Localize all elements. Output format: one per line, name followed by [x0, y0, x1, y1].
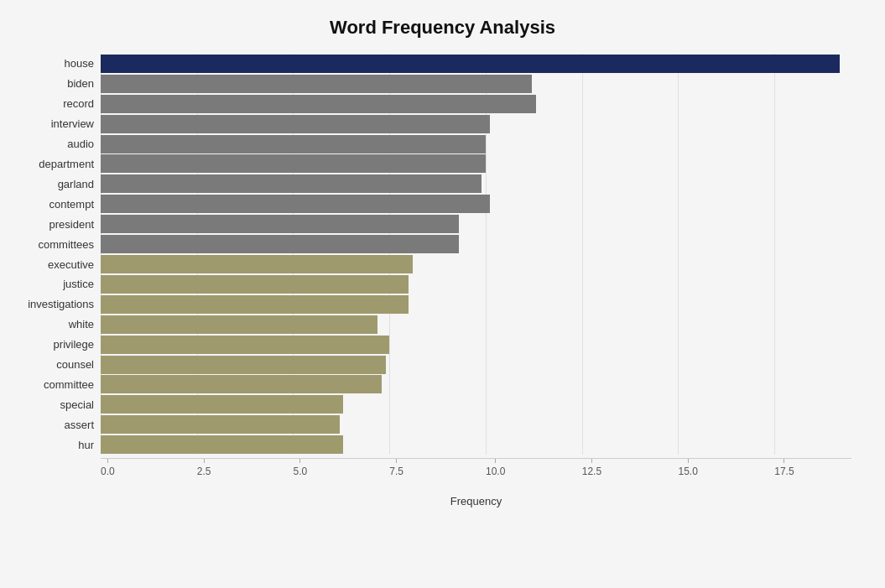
chart-area: housebidenrecordinterviewaudiodepartment…	[101, 54, 851, 507]
x-tick-label: 10.0	[486, 466, 505, 477]
bar-fill	[101, 235, 459, 253]
bar-row: executive	[101, 254, 851, 274]
bar-row: assert	[101, 414, 851, 434]
bar-track	[101, 195, 851, 213]
bar-row: president	[101, 214, 851, 234]
bar-track	[101, 174, 851, 193]
bar-row: audio	[101, 134, 851, 154]
bar-fill	[101, 275, 409, 294]
chart-title: Word Frequency Analysis	[34, 17, 851, 39]
bar-label: assert	[8, 419, 101, 431]
bar-fill	[101, 195, 490, 213]
bar-label: committee	[8, 378, 101, 391]
bar-track	[101, 154, 851, 173]
x-tick: 12.5	[582, 459, 601, 477]
bar-label: counsel	[8, 358, 101, 371]
x-tick: 17.5	[774, 459, 794, 477]
bar-track	[101, 395, 851, 414]
bar-fill	[101, 336, 389, 354]
bar-label: president	[8, 218, 101, 231]
bar-label: hur	[8, 439, 101, 451]
x-tick-line	[783, 459, 784, 463]
bar-fill	[101, 315, 377, 334]
x-tick-line	[688, 459, 689, 463]
bar-row: committee	[101, 375, 851, 395]
bar-label: privilege	[8, 338, 101, 351]
bar-track	[101, 435, 851, 454]
x-tick-line	[107, 459, 108, 463]
bar-label: garland	[8, 178, 101, 190]
bar-fill	[101, 115, 490, 133]
bar-fill	[101, 395, 343, 414]
bar-label: investigations	[8, 298, 101, 310]
bar-label: biden	[8, 77, 101, 90]
bar-track	[101, 215, 851, 233]
bar-label: audio	[8, 138, 101, 150]
x-tick-label: 12.5	[582, 466, 601, 477]
bar-row: white	[101, 315, 851, 335]
bar-row: counsel	[101, 355, 851, 375]
bar-track	[101, 295, 851, 314]
x-axis-title: Frequency	[101, 495, 851, 507]
bar-fill	[101, 95, 536, 113]
x-tick: 10.0	[486, 459, 505, 477]
bar-row: hur	[101, 434, 851, 455]
bar-row: privilege	[101, 335, 851, 355]
bar-track	[101, 255, 851, 273]
bar-label: department	[8, 158, 101, 170]
bar-row: justice	[101, 274, 851, 294]
bar-label: special	[8, 398, 101, 411]
bar-fill	[101, 215, 459, 233]
bar-row: special	[101, 394, 851, 414]
bar-track	[101, 135, 851, 154]
bar-row: committees	[101, 234, 851, 254]
bar-label: executive	[8, 258, 101, 271]
bar-track	[101, 336, 851, 354]
bar-track	[101, 115, 851, 133]
x-tick-line	[495, 459, 496, 463]
bar-label: interview	[8, 117, 101, 130]
bar-row: garland	[101, 174, 851, 194]
bar-row: department	[101, 154, 851, 174]
bar-row: record	[101, 94, 851, 114]
bars-section: housebidenrecordinterviewaudiodepartment…	[101, 54, 851, 455]
bar-track	[101, 315, 851, 334]
bar-row: investigations	[101, 294, 851, 315]
bar-row: interview	[101, 114, 851, 134]
bar-track	[101, 75, 851, 93]
bar-fill	[101, 435, 343, 454]
bar-label: white	[8, 318, 101, 330]
bar-track	[101, 356, 851, 374]
bar-label: record	[8, 97, 101, 110]
bar-track	[101, 415, 851, 434]
x-axis: 0.02.55.07.510.012.515.017.5	[101, 458, 851, 492]
x-tick-label: 15.0	[678, 466, 697, 477]
x-tick-line	[591, 459, 592, 463]
x-tick: 7.5	[389, 459, 403, 477]
bar-fill	[101, 375, 382, 393]
bar-track	[101, 375, 851, 393]
x-tick-line	[299, 459, 300, 463]
bar-label: committees	[8, 238, 101, 251]
bar-fill	[101, 255, 413, 273]
bar-fill	[101, 415, 340, 434]
bar-label: justice	[8, 278, 101, 290]
x-tick: 5.0	[293, 459, 307, 477]
bar-row: contempt	[101, 194, 851, 214]
bar-fill	[101, 356, 386, 374]
x-tick-line	[204, 459, 205, 463]
bar-track	[101, 275, 851, 294]
bar-track	[101, 95, 851, 113]
x-tick-label: 0.0	[101, 466, 115, 477]
x-tick: 15.0	[678, 459, 697, 477]
bar-fill	[101, 154, 486, 173]
bar-fill	[101, 75, 532, 93]
x-tick: 2.5	[197, 459, 211, 477]
bar-fill	[101, 135, 486, 154]
bar-track	[101, 235, 851, 253]
chart-container: Word Frequency Analysis housebidenrecord…	[0, 0, 885, 588]
bar-label: contempt	[8, 198, 101, 211]
x-tick-label: 17.5	[774, 466, 794, 477]
x-tick-label: 2.5	[197, 466, 211, 477]
bar-track	[101, 55, 851, 73]
